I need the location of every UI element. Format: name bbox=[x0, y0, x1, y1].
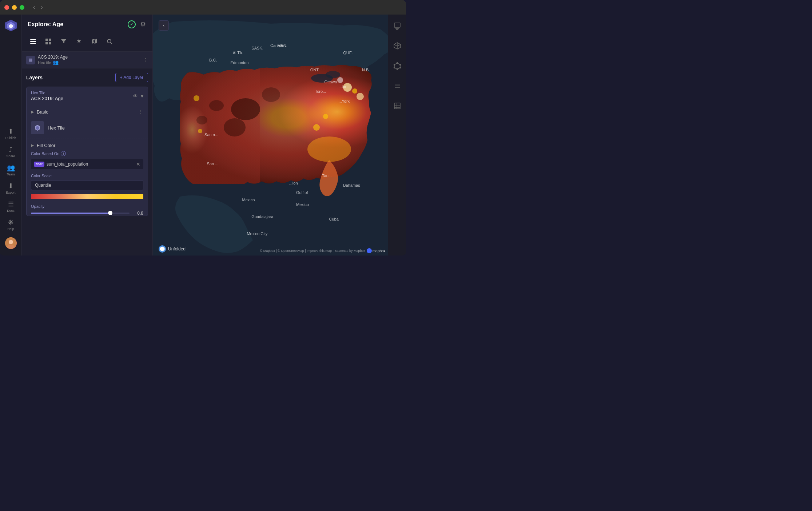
dataset-info: ACS 2019: Age Hex tile 👥 bbox=[38, 55, 140, 65]
team-label: Team bbox=[7, 173, 15, 176]
toolbar-tabs bbox=[22, 33, 152, 52]
svg-point-23 bbox=[262, 87, 280, 102]
right-icon-polygon[interactable] bbox=[392, 60, 403, 73]
team-icon: 👥 bbox=[7, 165, 15, 171]
svg-point-46 bbox=[394, 67, 395, 68]
svg-point-44 bbox=[399, 67, 401, 68]
svg-point-4 bbox=[9, 240, 13, 244]
layer-type: Hex Tile bbox=[31, 91, 133, 95]
right-icon-list[interactable] bbox=[392, 80, 403, 93]
sidebar-item-team[interactable]: 👥 Team bbox=[0, 162, 21, 179]
left-panel: Explore: Age ✓ ⚙ bbox=[22, 15, 153, 256]
sidebar-item-share[interactable]: ⤴ Share bbox=[0, 143, 21, 161]
docs-label: Docs bbox=[7, 209, 15, 213]
sidebar-item-docs[interactable]: ☰ Docs bbox=[0, 198, 21, 215]
add-layer-button[interactable]: + Add Layer bbox=[115, 73, 148, 82]
svg-point-13 bbox=[107, 39, 111, 43]
tab-search[interactable] bbox=[103, 36, 116, 48]
collapse-panel-btn[interactable]: ‹ bbox=[159, 20, 169, 31]
basic-more-icon[interactable]: ⋮ bbox=[138, 109, 143, 115]
svg-point-30 bbox=[194, 95, 199, 101]
layer-name: ACS 2019: Age bbox=[31, 96, 133, 101]
tab-table[interactable] bbox=[41, 36, 55, 48]
svg-rect-11 bbox=[45, 42, 48, 44]
layer-card-actions: 👁 ▾ bbox=[133, 93, 143, 99]
basic-section-header[interactable]: ▶ Basic ⋮ bbox=[31, 105, 143, 118]
map-visualization bbox=[153, 15, 388, 256]
fill-color-label: Fill Color bbox=[37, 143, 55, 148]
field-type-badge: float bbox=[34, 162, 44, 167]
nav-back[interactable]: ‹ bbox=[33, 4, 35, 11]
color-gradient-bar bbox=[31, 194, 143, 199]
layer-expand-btn[interactable]: ▾ bbox=[141, 93, 143, 99]
field-clear-btn[interactable]: ✕ bbox=[136, 161, 140, 167]
brand-name: Unfolded bbox=[168, 246, 186, 251]
svg-rect-10 bbox=[49, 39, 51, 41]
svg-rect-51 bbox=[394, 103, 400, 109]
attribution-text: © Mapbox | © OpenStreetMap | Improve thi… bbox=[260, 249, 365, 253]
minimize-btn[interactable] bbox=[12, 5, 17, 10]
fill-color-header[interactable]: ▶ Fill Color bbox=[31, 139, 143, 151]
export-label: Export bbox=[6, 191, 15, 194]
tab-layers[interactable] bbox=[26, 36, 40, 48]
dataset-sub: Hex tile 👥 bbox=[38, 60, 140, 65]
map-attribution: © Mapbox | © OpenStreetMap | Improve thi… bbox=[260, 248, 385, 253]
tab-effects[interactable] bbox=[72, 36, 86, 48]
layer-visibility-btn[interactable]: 👁 bbox=[133, 93, 138, 99]
svg-rect-40 bbox=[394, 23, 400, 27]
svg-point-29 bbox=[357, 93, 364, 100]
sidebar-item-help[interactable]: ❋ Help bbox=[0, 216, 21, 234]
titlebar: ‹ › bbox=[0, 0, 406, 15]
user-avatar[interactable] bbox=[5, 237, 17, 249]
svg-point-22 bbox=[224, 118, 246, 136]
close-btn[interactable] bbox=[4, 5, 9, 10]
right-icon-cube[interactable] bbox=[392, 40, 403, 53]
svg-rect-12 bbox=[49, 42, 51, 44]
layer-card-info: Hex Tile ACS 2019: Age bbox=[31, 91, 133, 101]
map-container: ‹ bbox=[153, 15, 388, 256]
share-icon: ⤴ bbox=[9, 146, 12, 153]
nav-forward[interactable]: › bbox=[41, 4, 43, 11]
right-icon-layers[interactable] bbox=[392, 20, 403, 33]
svg-point-26 bbox=[343, 83, 352, 92]
opacity-row: 0.8 bbox=[31, 211, 143, 216]
opacity-label: Opacity bbox=[31, 204, 143, 209]
svg-point-42 bbox=[397, 63, 398, 64]
svg-point-32 bbox=[313, 124, 320, 131]
right-icon-table[interactable] bbox=[392, 100, 403, 113]
maximize-btn[interactable] bbox=[20, 5, 24, 10]
settings-icon[interactable]: ⚙ bbox=[139, 20, 147, 29]
svg-line-14 bbox=[111, 43, 112, 44]
sidebar-item-export[interactable]: ⬇ Export bbox=[0, 180, 21, 197]
color-scale-select[interactable]: Quantile bbox=[31, 180, 143, 190]
svg-point-43 bbox=[399, 64, 401, 66]
svg-rect-6 bbox=[30, 39, 36, 40]
share-label: Share bbox=[6, 154, 15, 158]
svg-point-38 bbox=[367, 248, 372, 253]
dataset-name: ACS 2019: Age bbox=[38, 55, 140, 60]
panel-title: Explore: Age bbox=[28, 21, 63, 28]
sidebar-item-publish[interactable]: ⬆ Publish bbox=[0, 125, 21, 143]
svg-point-28 bbox=[352, 88, 357, 94]
icon-sidebar: ⬆ Publish ⤴ Share 👥 Team ⬇ Export ☰ Docs… bbox=[0, 15, 22, 256]
svg-marker-41 bbox=[394, 63, 400, 69]
svg-point-36 bbox=[326, 71, 340, 78]
right-sidebar bbox=[388, 15, 406, 256]
check-icon[interactable]: ✓ bbox=[128, 20, 136, 28]
help-label: Help bbox=[7, 227, 14, 231]
opacity-slider[interactable] bbox=[31, 213, 130, 214]
hex-tile-option: Hex Tile bbox=[31, 118, 143, 139]
dataset-icon: ▦ bbox=[26, 56, 35, 64]
svg-point-45 bbox=[397, 69, 398, 70]
hex-tile-icon bbox=[31, 121, 44, 134]
help-icon: ❋ bbox=[8, 219, 13, 226]
svg-point-34 bbox=[307, 136, 351, 162]
dataset-more-btn[interactable]: ⋮ bbox=[143, 57, 148, 63]
panel-header: Explore: Age ✓ ⚙ bbox=[22, 15, 152, 33]
fill-arrow-icon: ▶ bbox=[31, 143, 34, 148]
tab-filter[interactable] bbox=[57, 36, 71, 48]
info-icon: i bbox=[61, 151, 66, 156]
tab-map[interactable] bbox=[87, 36, 101, 48]
opacity-value: 0.8 bbox=[133, 211, 143, 216]
svg-rect-7 bbox=[30, 41, 36, 42]
